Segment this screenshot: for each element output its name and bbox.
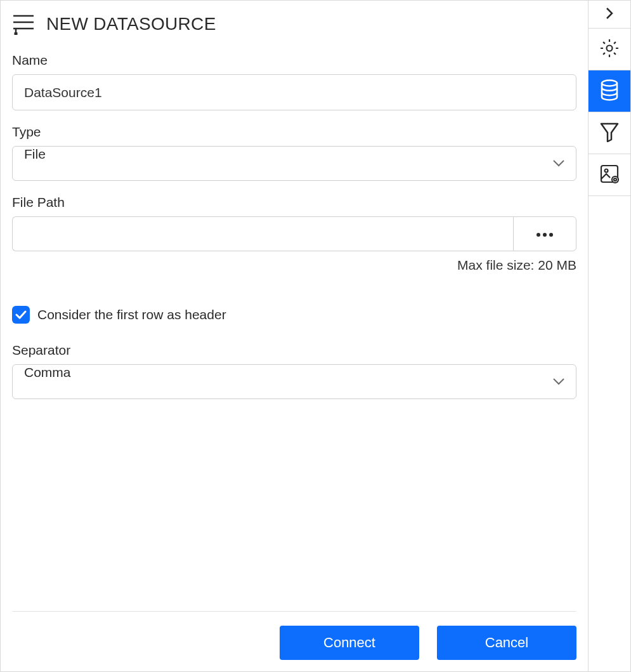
svg-point-7 (549, 233, 553, 237)
name-input[interactable] (12, 74, 576, 110)
sidebar-collapse[interactable] (589, 1, 630, 29)
svg-rect-4 (15, 32, 18, 35)
svg-point-5 (537, 233, 540, 237)
sidebar (588, 1, 630, 671)
browse-button[interactable] (513, 216, 576, 251)
footer: Connect Cancel (12, 611, 576, 660)
sidebar-filter[interactable] (589, 112, 630, 154)
sidebar-datasource[interactable] (589, 70, 630, 112)
database-icon (600, 79, 619, 103)
image-settings-icon (599, 164, 620, 187)
type-label: Type (12, 124, 576, 140)
connect-button[interactable]: Connect (280, 626, 419, 660)
filepath-label: File Path (12, 195, 576, 210)
ellipsis-icon (537, 229, 553, 239)
name-label: Name (12, 53, 576, 68)
type-select-wrap: File (12, 146, 576, 181)
firstrow-checkbox[interactable] (12, 306, 30, 324)
svg-point-9 (602, 80, 617, 86)
svg-point-8 (607, 45, 613, 51)
sidebar-settings[interactable] (589, 29, 630, 70)
cancel-button[interactable]: Cancel (437, 626, 576, 660)
separator-select-wrap: Comma (12, 364, 576, 399)
field-type: Type File (12, 124, 576, 181)
firstrow-checkbox-row: Consider the first row as header (12, 306, 576, 324)
field-filepath: File Path Max file size: 20 MB (12, 195, 576, 273)
funnel-icon (600, 122, 619, 145)
gear-icon (599, 38, 620, 61)
check-icon (15, 310, 27, 319)
svg-point-6 (543, 233, 547, 237)
firstrow-label: Consider the first row as header (37, 307, 226, 322)
svg-point-11 (605, 169, 608, 172)
filepath-row (12, 216, 576, 251)
type-select[interactable]: File (12, 146, 576, 181)
datasource-icon (12, 13, 36, 35)
separator-select[interactable]: Comma (12, 364, 576, 399)
sidebar-image[interactable] (589, 154, 630, 196)
filepath-input[interactable] (12, 216, 513, 251)
panel-title: NEW DATASOURCE (46, 14, 216, 34)
max-filesize-hint: Max file size: 20 MB (12, 258, 576, 273)
field-name: Name (12, 53, 576, 110)
chevron-right-icon (606, 7, 613, 22)
field-separator: Separator Comma (12, 343, 576, 399)
main-panel: NEW DATASOURCE Name Type File File Path … (1, 1, 588, 671)
panel-header: NEW DATASOURCE (12, 13, 576, 35)
separator-label: Separator (12, 343, 576, 358)
